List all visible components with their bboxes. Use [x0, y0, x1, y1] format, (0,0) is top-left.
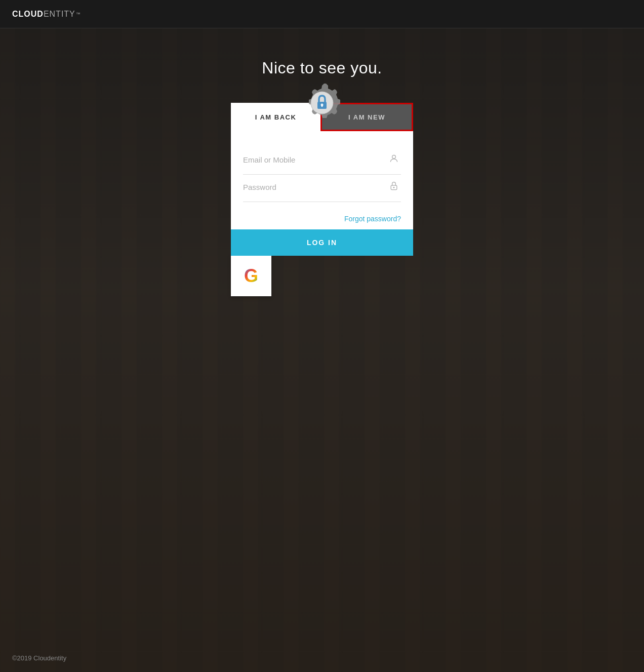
login-card-wrapper: I AM BACK I AM NEW [231, 103, 413, 296]
social-login-wrapper: G [231, 256, 413, 296]
footer: ©2019 Cloudentity [12, 654, 66, 662]
page-tagline: Nice to see you. [262, 59, 382, 77]
user-icon [389, 153, 399, 166]
google-g-icon: G [244, 267, 258, 285]
logo-tm: ™ [76, 12, 80, 17]
svg-point-6 [393, 187, 394, 188]
login-form-card: Forgot password? LOG IN [231, 131, 413, 256]
copyright-text: ©2019 Cloudentity [12, 654, 66, 662]
gear-lock-icon [301, 82, 343, 124]
password-input[interactable] [243, 179, 401, 195]
email-input[interactable] [243, 151, 401, 168]
svg-rect-3 [321, 105, 323, 107]
svg-point-4 [392, 155, 396, 159]
main-content: Nice to see you. I AM BACK I AM NEW [0, 28, 644, 296]
password-input-group [243, 179, 401, 202]
email-input-group [243, 151, 401, 175]
forgot-password-link[interactable]: Forgot password? [344, 215, 401, 223]
logo-cloud-text: CLOUD [12, 10, 44, 19]
login-button[interactable]: LOG IN [231, 229, 413, 256]
gear-icon-wrapper [301, 82, 343, 124]
google-login-button[interactable]: G [231, 256, 271, 296]
logo: CLOUDENTITY™ [12, 10, 80, 19]
forgot-password-wrapper: Forgot password? [243, 206, 401, 229]
header: CLOUDENTITY™ [0, 0, 644, 28]
logo-entity-text: ENTITY [44, 10, 75, 19]
lock-icon [389, 181, 399, 193]
